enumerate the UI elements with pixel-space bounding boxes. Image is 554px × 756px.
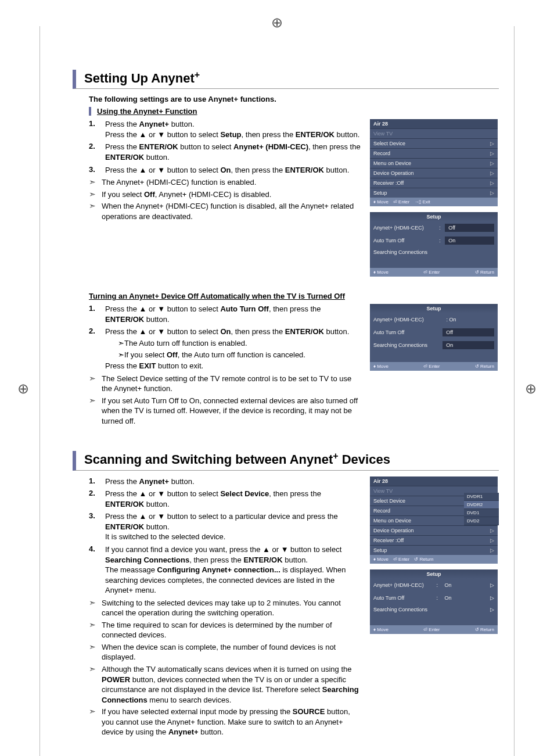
osd-setup-2: Setup Anynet+ (HDMI-CEC): OnAuto Turn Of… xyxy=(370,304,498,371)
chevron-right-icon: ▷ xyxy=(490,582,494,588)
hint-return: ↺ Return xyxy=(475,627,494,632)
osd-row-value: Off xyxy=(443,328,494,336)
note-item: ➣Although the TV automatically scans dev… xyxy=(89,664,362,705)
osd-submenu-item: DVDR2 xyxy=(464,501,499,509)
colon: : xyxy=(439,225,443,231)
note-item: ➣When the Anynet+ (HDMI-CEC) function is… xyxy=(89,201,362,221)
step-body: Press the ▲ or ▼ button to select On, th… xyxy=(105,327,362,371)
step-item: 2.Press the ▲ or ▼ button to select Sele… xyxy=(89,489,362,509)
step-number: 3. xyxy=(89,511,105,542)
step-number: 4. xyxy=(89,544,105,596)
section-scanning-switching: Scanning and Switching between Anynet+ D… xyxy=(73,451,499,739)
osd-item-label: Select Device xyxy=(373,141,405,146)
note-item: ➣Switching to the selected devices may t… xyxy=(89,598,362,618)
osd-menu-item: Select Device▷ xyxy=(370,138,498,148)
hint-enter: ⏎ Enter xyxy=(393,199,409,205)
chevron-right-icon: ▷ xyxy=(490,538,494,543)
arrow-icon: ➣ xyxy=(89,642,102,662)
note-body: The Select Device setting of the TV remo… xyxy=(102,374,362,394)
osd-item-label: Menu on Device xyxy=(373,160,411,166)
step-number: 1. xyxy=(89,476,105,487)
arrow-icon: ➣ xyxy=(89,620,102,640)
chevron-right-icon: ▷ xyxy=(490,547,494,553)
step-item: 1.Press the ▲ or ▼ button to select Auto… xyxy=(89,304,362,324)
note-body: If you select Off, the Auto turn off fun… xyxy=(124,350,362,360)
note-body: If you have selected external input mode… xyxy=(102,707,362,737)
hint-return: ↺ Return xyxy=(414,557,433,562)
osd-header: Setup xyxy=(370,569,498,579)
step-item: 2.Press the ENTER/OK button to select An… xyxy=(89,142,362,162)
colon: : xyxy=(436,582,440,588)
arrow-icon: ➣ xyxy=(89,664,102,705)
osd-anynet-menu: Air 28 View TVSelect Device▷Record▷Menu … xyxy=(370,119,498,206)
sub-note: ➣If you select Off, the Auto turn off fu… xyxy=(118,350,362,360)
osd-item-label: Device Operation xyxy=(373,528,414,533)
registration-mark-top: ⊕ xyxy=(271,15,283,31)
osd-setup-row: Anynet+ (HDMI-CEC): On xyxy=(370,313,498,326)
step-body: Press the ▲ or ▼ button to select to a p… xyxy=(105,511,362,542)
osd-row-label: Searching Connections xyxy=(373,249,494,255)
osd-header: Air 28 xyxy=(370,476,498,486)
osd-submenu-item: DVD1 xyxy=(464,509,499,517)
note-body: If you select Off, Anynet+ (HDMI-CEC) is… xyxy=(102,189,362,200)
hint-return: ↺ Return xyxy=(475,270,494,275)
osd-setup-row: Auto Turn OffOff xyxy=(370,326,498,339)
note-body: When the Anynet+ (HDMI-CEC) function is … xyxy=(102,201,362,221)
osd-row-value: Off xyxy=(445,224,494,232)
chevron-right-icon: ▷ xyxy=(490,607,494,612)
osd-item-label: Menu on Device xyxy=(373,518,411,524)
title-text: Setting Up Anynet xyxy=(84,71,195,85)
osd-footer: ♦ Move ⏎ Enter ↺ Return xyxy=(370,555,498,564)
osd-row-label: Auto Turn Off xyxy=(373,238,437,243)
subheading-using-function: Using the Anynet+ Function xyxy=(89,107,499,116)
osd-setup-row: Searching Connections xyxy=(370,247,498,257)
hint-move: ♦ Move xyxy=(373,270,388,275)
registration-mark-right: ⊕ xyxy=(525,381,537,397)
osd-row-label: Auto Turn Off xyxy=(373,329,440,335)
osd-setup-row: Auto Turn Off:On xyxy=(370,234,498,247)
title-sup: + xyxy=(195,70,200,80)
arrow-icon: ➣ xyxy=(89,177,102,188)
osd-row-value: On xyxy=(445,237,494,245)
osd-row-label: Searching Connections xyxy=(373,607,487,612)
osd-item-label: Receiver :Off xyxy=(373,180,404,186)
hint-enter: ⏎ Enter xyxy=(423,364,440,369)
step-item: 2.Press the ▲ or ▼ button to select On, … xyxy=(89,327,362,371)
osd-footer: ♦ Move ⏎ Enter →▯ Exit xyxy=(370,198,498,206)
osd-anynet-menu-devices: Air 28 View TVSelect Device▷Record▷Menu … xyxy=(370,476,498,564)
hint-move: ♦ Move xyxy=(373,364,388,369)
step-number: 3. xyxy=(89,165,105,175)
crop-line-right xyxy=(514,26,515,756)
osd-setup-row: Searching ConnectionsOn xyxy=(370,339,498,352)
osd-row-label: Auto Turn Off xyxy=(373,595,434,601)
osd-row-value: On xyxy=(442,581,487,589)
osd-setup-1: Setup Anynet+ (HDMI-CEC):OffAuto Turn Of… xyxy=(370,212,498,277)
hint-enter: ⏎ Enter xyxy=(393,557,409,562)
section-setting-up-anynet: Setting Up Anynet+ The following setting… xyxy=(73,70,499,428)
chevron-right-icon: ▷ xyxy=(490,141,494,146)
title-sup: + xyxy=(333,451,338,461)
step-body: Press the ▲ or ▼ button to select Select… xyxy=(105,489,362,509)
chevron-right-icon: ▷ xyxy=(490,151,494,156)
osd-footer: ♦ Move ⏎ Enter ↺ Return xyxy=(370,625,498,634)
note-body: When the device scan is complete, the nu… xyxy=(102,642,362,662)
colon: : xyxy=(436,595,440,601)
osd-menu-item: Device Operation▷ xyxy=(370,168,498,178)
note-item: ➣When the device scan is complete, the n… xyxy=(89,642,362,662)
osd-menu-item: Record▷ xyxy=(370,148,498,158)
osd-submenu-devices: DVDR1DVDR2DVD1DVD2 xyxy=(464,493,499,525)
osd-menu-item: Device Operation▷ xyxy=(370,525,498,535)
osd-menu-item: Setup▷ xyxy=(370,545,498,555)
step-number: 2. xyxy=(89,489,105,509)
osd-submenu-item: DVD2 xyxy=(464,517,499,525)
osd-item-label: View TV xyxy=(373,488,393,494)
osd-item-label: Select Device xyxy=(373,498,405,504)
step-number: 1. xyxy=(89,119,105,139)
steps-list-2: 1.Press the ▲ or ▼ button to select Auto… xyxy=(89,304,362,371)
hint-move: ♦ Move xyxy=(373,627,388,632)
note-item: ➣The Select Device setting of the TV rem… xyxy=(89,374,362,394)
notes-list-3: ➣Switching to the selected devices may t… xyxy=(89,598,362,737)
osd-setup-row: Auto Turn Off:On▷ xyxy=(370,592,498,604)
arrow-icon: ➣ xyxy=(89,707,102,737)
note-body: Switching to the selected devices may ta… xyxy=(102,598,362,618)
